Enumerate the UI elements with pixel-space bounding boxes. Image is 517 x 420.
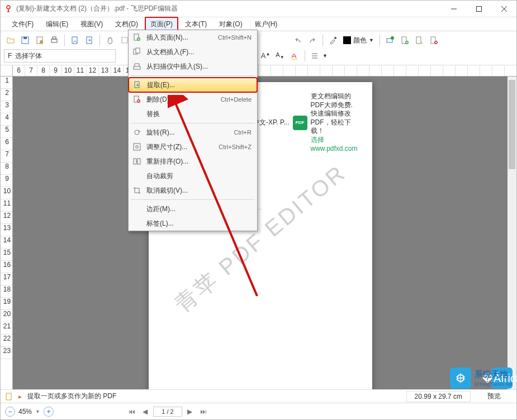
font-icon: F: [8, 52, 12, 60]
page-add-icon[interactable]: [68, 34, 82, 47]
page-dimensions: 20.99 x 29.7 cm: [406, 391, 471, 402]
brand-url: XiTongTianDi.net: [475, 381, 513, 387]
minimize-button[interactable]: [441, 1, 466, 17]
page-menu-dropdown[interactable]: 插入页面(N)...Ctrl+Shift+N从文档插入(F)...从扫描仪中插入…: [128, 30, 258, 231]
next-page-button[interactable]: ▶: [184, 407, 196, 417]
doc-remove-icon[interactable]: [427, 34, 440, 47]
menu-编辑[interactable]: 编辑(E): [40, 17, 74, 32]
menu-item[interactable]: 标签(L)...: [129, 216, 257, 231]
close-button[interactable]: [491, 1, 516, 17]
svg-rect-33: [134, 144, 140, 150]
font-size-down-icon[interactable]: A▼: [273, 49, 287, 63]
menu-视图[interactable]: 视图(V): [75, 17, 108, 32]
status-hint: 提取一页或多页作为新的 PDF: [27, 392, 116, 401]
save-icon[interactable]: [18, 34, 32, 47]
svg-point-17: [391, 36, 394, 40]
font-size-up-icon[interactable]: A▲: [259, 49, 272, 63]
menu-item[interactable]: 取消裁切(V)...: [129, 183, 257, 198]
workspace: 67891011121314151617181920 1234567891011…: [1, 65, 516, 389]
brand-logo-icon: [450, 367, 471, 389]
pdf-badge-icon: PDF: [293, 116, 307, 130]
insert-page-icon: [132, 32, 142, 42]
svg-rect-35: [137, 159, 140, 164]
menu-item[interactable]: 调整尺寸(Z)...Ctrl+Shift+Z: [129, 140, 257, 154]
ruler-corner: [1, 65, 13, 77]
brand-name: 系统天地: [475, 369, 513, 380]
horizontal-ruler: 67891011121314151617181920: [13, 65, 516, 77]
blank-icon: [132, 171, 142, 181]
first-page-button[interactable]: ⏮: [126, 407, 137, 417]
doc-add-icon[interactable]: [398, 34, 411, 47]
page-next-icon[interactable]: [83, 34, 96, 47]
rotate-icon: [132, 127, 142, 137]
vertical-ruler: 1234567891011121314151617181920212223: [1, 77, 13, 389]
menubar: 文件(F)编辑(E)视图(V)文档(D)页面(P)文本(T)对象(O)账户(H): [1, 17, 516, 31]
menu-item[interactable]: 替换: [129, 107, 257, 121]
highlight-icon[interactable]: [288, 49, 301, 63]
zoom-in-button[interactable]: +: [44, 407, 54, 417]
svg-rect-10: [122, 37, 127, 43]
titlebar: (复制)-新建文本文档 (2)（合并）.pdf - 飞思PDF编辑器: [1, 1, 516, 17]
crop-icon: [132, 185, 142, 195]
status-page-icon: [5, 393, 13, 400]
prev-page-button[interactable]: ◀: [140, 407, 151, 417]
preview-label[interactable]: 预览: [476, 390, 512, 402]
menu-文件[interactable]: 文件(F): [6, 17, 39, 32]
blank-icon: [132, 109, 142, 119]
toolbars: 颜色 ▼ F 选择字体 A▲ A▼ ▼: [1, 31, 516, 65]
page-number-input[interactable]: [153, 407, 182, 417]
font-placeholder: 选择字体: [15, 51, 42, 61]
eyedropper-icon[interactable]: [326, 34, 340, 47]
svg-rect-23: [292, 59, 297, 60]
zoom-out-button[interactable]: −: [5, 407, 15, 417]
menu-item[interactable]: 删除(D)...Ctrl+Delete: [129, 92, 257, 107]
svg-rect-7: [53, 37, 56, 39]
zoom-value: 45%: [18, 408, 32, 416]
svg-point-15: [334, 37, 336, 39]
menu-item[interactable]: 重新排序(O)...: [129, 154, 257, 169]
redo-icon[interactable]: [306, 34, 319, 47]
color-picker[interactable]: 颜色 ▼: [341, 34, 376, 47]
resize-icon: [132, 142, 142, 152]
delete-page-icon: [132, 94, 142, 104]
print-icon[interactable]: [48, 34, 61, 47]
last-page-button[interactable]: ⏭: [198, 407, 209, 417]
hand-tool-icon[interactable]: [103, 34, 117, 47]
menu-item[interactable]: 自动裁剪: [129, 169, 257, 183]
svg-rect-3: [23, 37, 27, 39]
svg-rect-1: [476, 6, 481, 11]
page-navigator: ⏮ ◀ ▶ ⏭: [126, 407, 209, 417]
svg-rect-28: [136, 48, 140, 53]
svg-rect-24: [6, 393, 11, 400]
extract-icon: [132, 80, 143, 90]
blank-icon: [132, 204, 142, 214]
scrollbar-thumb[interactable]: [509, 80, 515, 169]
svg-rect-6: [51, 39, 57, 42]
line-spacing-icon[interactable]: ▼: [309, 49, 329, 63]
menu-item[interactable]: 提取(E)...: [129, 78, 257, 92]
bottombar: − 45% ▼ + ⏮ ◀ ▶ ⏭: [1, 403, 516, 419]
menu-item[interactable]: 从扫描仪中插入(S)...: [129, 59, 257, 74]
undo-icon[interactable]: [291, 34, 305, 47]
maximize-button[interactable]: [466, 1, 491, 17]
color-label: 颜色: [353, 36, 367, 45]
link-add-icon[interactable]: [383, 34, 397, 47]
svg-point-5: [40, 40, 43, 44]
insert-file-icon: [132, 47, 142, 57]
document-area[interactable]: XP. P（rnA怎么 设置中文-XP. P... PDF 更文档编辑的PDF大…: [13, 77, 507, 389]
statusbar: ▸ 提取一页或多页作为新的 PDF 20.99 x 29.7 cm 预览: [1, 389, 516, 403]
svg-rect-30: [135, 82, 139, 88]
svg-point-0: [7, 6, 10, 9]
menu-item[interactable]: 插入页面(N)...Ctrl+Shift+N: [129, 30, 257, 45]
menu-item[interactable]: 旋转(R)...Ctrl+R: [129, 125, 257, 140]
doc-star-icon[interactable]: [412, 34, 426, 47]
vertical-scrollbar[interactable]: [507, 77, 516, 389]
open-icon[interactable]: [4, 34, 17, 47]
svg-rect-34: [134, 159, 136, 164]
menu-item[interactable]: 边距(M)...: [129, 202, 257, 216]
menu-item[interactable]: 从文档插入(F)...: [129, 45, 257, 59]
insert-scanner-icon: [132, 61, 142, 71]
font-picker[interactable]: F 选择字体: [4, 49, 116, 63]
window-title: (复制)-新建文本文档 (2)（合并）.pdf - 飞思PDF编辑器: [16, 4, 441, 13]
page-setup-icon[interactable]: [33, 34, 46, 47]
